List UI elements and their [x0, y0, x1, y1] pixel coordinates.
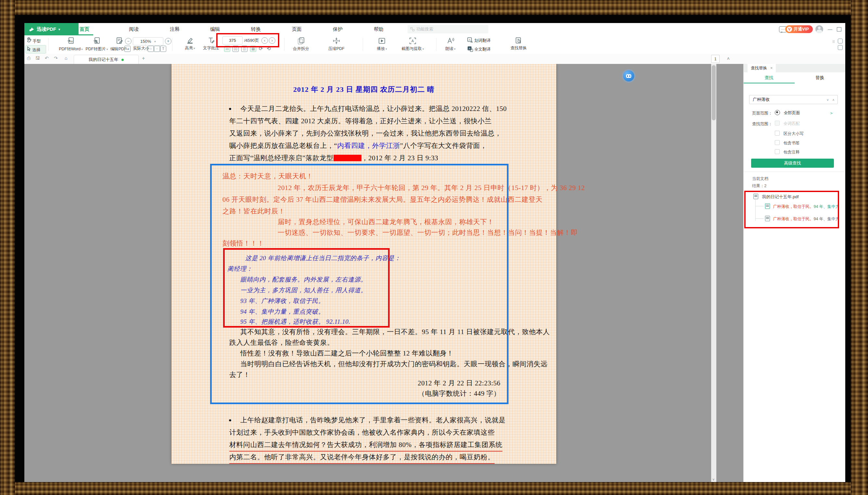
bullet-icon: ● [229, 106, 232, 112]
word-translate-icon: A [467, 37, 473, 43]
zoom-in-button[interactable]: + [165, 38, 171, 45]
vip-v-icon: V [787, 27, 792, 32]
page-range-radio[interactable]: 全部页面 [775, 110, 800, 116]
panel-layout-toggle[interactable] [838, 39, 843, 51]
option-include-bookmarks[interactable]: 包含书签 [775, 140, 800, 146]
find-previous-icon[interactable]: ∨ [826, 98, 829, 102]
one-to-one-icon: 1:1 [125, 46, 131, 52]
select-tool-button[interactable]: 选择 [25, 45, 46, 53]
kai-line: 这是 20 年前给蔺增谦上任当日二指宽的条子，内容是： [245, 254, 401, 262]
full-translate-button[interactable]: A 全文翻译 [467, 46, 490, 52]
panel-close-icon[interactable]: × [770, 66, 772, 70]
option-include-annotations[interactable]: 包含注释 [775, 149, 800, 155]
diary-line: 年二十四节气表、四建 2012 大桌历。等得着急，正好小兰进来，让小兰送，很快小… [229, 117, 492, 125]
scroll-down-button[interactable]: ˅ [713, 478, 715, 481]
highlight-button[interactable]: 高亮▾ [180, 37, 200, 51]
menu-tab-help[interactable]: 帮助 [370, 23, 388, 35]
toolbar-separator [172, 38, 173, 51]
red-diary-line: 届时，置身总经理位，可保山西二建龙年腾飞，根基永固，称雄天下！ [278, 217, 494, 226]
menu-tab-annotate[interactable]: 注释 [166, 23, 183, 35]
undo-icon[interactable]: ↶ [45, 56, 49, 60]
user-avatar[interactable] [815, 23, 823, 35]
blue-phrase: 内看四建，外学江浙 [337, 142, 400, 150]
print-icon[interactable]: ⎙ [27, 56, 31, 60]
restore-button[interactable] [837, 23, 841, 35]
compress-pdf-icon [332, 37, 341, 45]
merge-split-button[interactable]: 合并拆分 [291, 37, 311, 52]
fit-text-button[interactable]: T [160, 46, 166, 52]
document-canvas[interactable]: 2012 年 2 月 23 日 星期四 农历二月初二 晴 ● 今天是二月二龙抬头… [24, 64, 743, 487]
panel-title-tab[interactable]: 查找替换 × [748, 64, 776, 72]
zoom-level-select[interactable]: 150%▾ [133, 37, 163, 46]
radio-selected-icon [775, 110, 780, 115]
menu-tab-home[interactable]: 首页 [76, 23, 93, 35]
pdf-page[interactable]: 2012 年 2 月 23 日 星期四 农历二月初二 晴 ● 今天是二月二龙抬头… [171, 64, 556, 464]
play-button[interactable]: 播放▾ [373, 37, 391, 52]
menu-tab-read[interactable]: 阅读 [125, 23, 143, 35]
toolbar-separator [284, 38, 284, 51]
page-range-expand-icon[interactable]: ＞ [829, 110, 834, 116]
toolbar-separator [436, 38, 437, 51]
compress-pdf-button[interactable]: 压缩PDF [326, 37, 347, 52]
word-count-line: （电脑字数统计：449 字） [418, 389, 501, 398]
entry-timestamp: 2012 年 2 月 22 日 22:23:56 [417, 378, 501, 388]
redo-icon[interactable]: ↷ [54, 56, 58, 60]
menu-tab-protect[interactable]: 保护 [329, 23, 346, 35]
scroll-left-button[interactable]: ‹ [26, 483, 27, 487]
zoom-out-button[interactable]: − [125, 38, 132, 45]
horizontal-scrollbar[interactable]: ‹ › [24, 482, 711, 487]
new-tab-button[interactable]: + [142, 56, 145, 61]
scroll-up-button[interactable]: ˄ [727, 56, 730, 61]
red-diary-line: 温总：天时天意，天眼天机！ [223, 172, 313, 181]
annotation-rect-page-nav [216, 33, 279, 47]
main-toolbar: 手型 选择 W PDF转Word▾ PDF转图片▾ 编辑PDF▾ − 150%▾… [24, 35, 845, 54]
red-diary-line: 刻领悟！！！ [223, 239, 264, 248]
fit-width-button[interactable]: ·· [154, 46, 160, 52]
menu-tab-page[interactable]: 页面 [288, 23, 306, 35]
tab-replace[interactable]: 替换 [795, 72, 846, 83]
diary-line: 又返回来，说小薛来了，先到办公室找张秋明，一会过来，我让他把东西带回去给温总， [229, 129, 502, 138]
avatar-icon [815, 25, 823, 33]
find-replace-button[interactable]: 查找替换 [508, 37, 529, 51]
snapshot-extract-button[interactable]: A 截图与提取▾ [397, 37, 428, 52]
function-search-input[interactable]: 功能搜索 [408, 25, 488, 33]
actual-size-button[interactable]: 1:1 实际大小 [125, 46, 149, 52]
word-translate-button[interactable]: A 划词翻译 [467, 37, 490, 44]
find-query-input[interactable]: 广种薄收 ∨ ∧ [749, 95, 838, 104]
home-icon[interactable]: ⌂ [65, 56, 67, 60]
document-tab-label: 我的日记十五年 [89, 57, 118, 63]
diary-line: 材料问山西二建去年情况如何？告大获成功，利润增加 80%，各项指标跻居建工集团系… [229, 440, 502, 449]
read-aloud-button[interactable]: 朗读▾ [441, 37, 459, 52]
kai-line: 眼睛向内，配套服务。内外发展，左右逢源。 [240, 275, 367, 284]
tab-find[interactable]: 查找 [743, 72, 795, 83]
more-tools-icon[interactable]: ⠿ [832, 40, 836, 44]
kai-line: 蔺经理： [227, 265, 252, 273]
find-next-icon[interactable]: ∧ [832, 98, 835, 102]
advanced-find-button[interactable]: 高级查找 [751, 159, 834, 168]
frame-top-edge [0, 0, 868, 15]
fit-page-button[interactable]: ⁘ [148, 46, 154, 52]
minimize-button[interactable]: — [828, 23, 832, 35]
option-match-case[interactable]: 区分大小写 [775, 131, 804, 137]
app-logo-button[interactable]: 迅读PDF ▾ [24, 23, 79, 35]
fit-text-icon: T [160, 46, 166, 52]
horizontal-scrollbar-thumb[interactable] [42, 483, 130, 487]
svg-text:A: A [411, 39, 414, 43]
play-icon [378, 37, 386, 45]
toolbar-separator [363, 38, 363, 51]
scroll-right-button[interactable]: › [708, 483, 710, 487]
vip-button[interactable]: V开通VIP [785, 23, 813, 35]
assistant-floating-button[interactable] [623, 70, 634, 81]
vertical-scrollbar-thumb[interactable] [712, 65, 716, 120]
vertical-scrollbar[interactable]: ˅ [711, 64, 716, 482]
checkbox-icon [775, 131, 780, 136]
hand-tool-button[interactable]: 手型 [26, 37, 40, 44]
red-diary-line: 06 开天眼时刻。定今后 37 年山西二建偕温刚未来发展大局。显五年之内必运势腾… [223, 195, 543, 204]
save-icon[interactable]: 🖫 [35, 56, 40, 60]
page-indicator-badge: 1 [711, 55, 720, 63]
option-whole-word: 全词匹配 [775, 121, 800, 126]
diary-line: 正面写“温刚总经理亲启”落款龙型，2012 年 2 月 23 日 9:33 [229, 153, 438, 163]
document-tab[interactable]: 我的日记十五年 [74, 55, 139, 64]
zoom-in-icon: + [165, 38, 171, 45]
document-tab-bar: ⎙ 🖫 ↶ ↷ ⌂ 我的日记十五年 + 1 ˄ [24, 54, 845, 64]
